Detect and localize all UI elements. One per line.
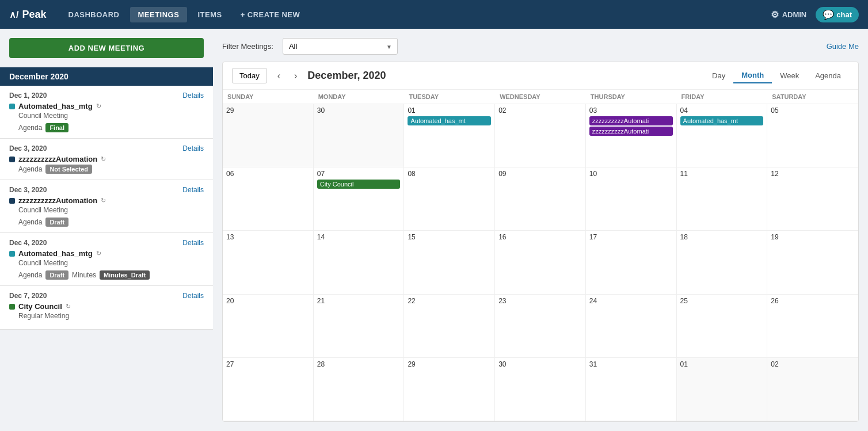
nav-create-new[interactable]: + CREATE NEW xyxy=(233,7,309,22)
calendar-cell[interactable]: 10 xyxy=(586,167,677,230)
refresh-icon[interactable]: ↻ xyxy=(96,102,101,110)
meeting-meta: Agenda Draft Minutes Minutes_Draft xyxy=(18,270,204,280)
brand-name: Peak xyxy=(22,9,46,21)
calendar-cell[interactable]: 01 xyxy=(677,358,768,421)
view-tab-day[interactable]: Day xyxy=(704,68,733,83)
calendar-cell[interactable]: 23 xyxy=(495,295,586,357)
calendar-event[interactable]: Automated_has_mt xyxy=(680,116,764,125)
calendar-cell[interactable]: 05 xyxy=(767,104,858,167)
calendar-date: 26 xyxy=(771,297,855,305)
meeting-details-link[interactable]: Details xyxy=(182,239,204,247)
refresh-icon[interactable]: ↻ xyxy=(101,197,106,204)
nav-items[interactable]: ITEMS xyxy=(189,7,230,22)
brand-logo[interactable]: ∧/ Peak xyxy=(9,9,47,21)
calendar-cell[interactable]: 19 xyxy=(767,231,858,293)
calendar-cell[interactable]: 02 xyxy=(767,358,858,421)
calendar-cell[interactable]: 01Automated_has_mt xyxy=(404,104,495,167)
view-tab-agenda[interactable]: Agenda xyxy=(807,68,849,83)
calendar-cell[interactable]: 06 xyxy=(223,167,314,230)
meeting-date-row: Dec 4, 2020 Details xyxy=(9,239,204,247)
calendar-event[interactable]: Automated_has_mt xyxy=(408,116,491,125)
meeting-title-row: City Council ↻ xyxy=(9,302,204,311)
calendar-cell[interactable]: 20 xyxy=(223,295,314,357)
calendar-cell[interactable]: 26 xyxy=(767,295,858,357)
meeting-date-row: Dec 3, 2020 Details xyxy=(9,186,204,194)
calendar-event[interactable]: City Council xyxy=(317,180,401,189)
guide-me-link[interactable]: Guide Me xyxy=(827,42,859,51)
nav-meetings[interactable]: MEETINGS xyxy=(130,7,188,22)
calendar-cell[interactable]: 07City Council xyxy=(314,167,405,230)
meeting-details-link[interactable]: Details xyxy=(182,186,204,194)
day-name-sat: SATURDAY xyxy=(767,90,858,104)
calendar-cell[interactable]: 28 xyxy=(314,358,405,421)
nav-dashboard[interactable]: DASHBOARD xyxy=(60,7,128,22)
view-tab-week[interactable]: Week xyxy=(772,68,807,83)
calendar-wrapper: Today ‹ › December, 2020 Day Month Week … xyxy=(222,62,859,422)
calendar-date: 09 xyxy=(498,170,582,178)
calendar-cell[interactable]: 22 xyxy=(404,295,495,357)
calendar-cell[interactable]: 24 xyxy=(586,295,677,357)
admin-label: ADMIN xyxy=(782,10,807,19)
calendar-cell[interactable]: 14 xyxy=(314,231,405,293)
calendar-cell[interactable]: 30 xyxy=(314,104,405,167)
calendar-date: 14 xyxy=(317,233,401,241)
left-panel: ADD NEW MEETING December 2020 Dec 1, 202… xyxy=(0,29,213,431)
meeting-date-row: Dec 3, 2020 Details xyxy=(9,144,204,152)
calendar-cell[interactable]: 31 xyxy=(586,358,677,421)
calendar-cell[interactable]: 03zzzzzzzzzzAutomatizzzzzzzzzzAutomati xyxy=(586,104,677,167)
calendar-cell[interactable]: 25 xyxy=(677,295,768,357)
calendar-cell[interactable]: 29 xyxy=(404,358,495,421)
meeting-type: Regular Meeting xyxy=(18,312,204,320)
calendar-cell[interactable]: 11 xyxy=(677,167,768,230)
minutes-label: Minutes xyxy=(72,271,96,279)
agenda-badge: Draft xyxy=(45,218,68,227)
calendar-cell[interactable]: 21 xyxy=(314,295,405,357)
admin-button[interactable]: ⚙ ADMIN xyxy=(771,9,807,20)
meeting-details-link[interactable]: Details xyxy=(182,91,204,100)
calendar-cell[interactable]: 27 xyxy=(223,358,314,421)
refresh-icon[interactable]: ↻ xyxy=(66,303,71,310)
calendar-week: 293001Automated_has_mt0203zzzzzzzzzzAuto… xyxy=(223,104,858,167)
today-button[interactable]: Today xyxy=(232,68,267,83)
calendar-event[interactable]: zzzzzzzzzzAutomati xyxy=(589,116,673,125)
calendar-cell[interactable]: 13 xyxy=(223,231,314,293)
meeting-date: Dec 4, 2020 xyxy=(9,239,47,247)
calendar-cell[interactable]: 18 xyxy=(677,231,768,293)
meeting-name: zzzzzzzzzzAutomation xyxy=(18,155,97,163)
meeting-details-link[interactable]: Details xyxy=(182,144,204,152)
refresh-icon[interactable]: ↻ xyxy=(96,250,101,257)
meeting-details-link[interactable]: Details xyxy=(182,292,204,300)
calendar-date: 04 xyxy=(680,106,764,115)
day-name-thu: THURSDAY xyxy=(586,90,677,104)
filter-label: Filter Meetings: xyxy=(222,42,273,51)
calendar-cell[interactable]: 04Automated_has_mt xyxy=(677,104,768,167)
view-tab-month[interactable]: Month xyxy=(733,68,772,83)
chat-button[interactable]: 💬 chat xyxy=(816,7,859,22)
calendar-cell[interactable]: 08 xyxy=(404,167,495,230)
calendar-cell[interactable]: 29 xyxy=(223,104,314,167)
calendar-cell[interactable]: 30 xyxy=(495,358,586,421)
prev-month-button[interactable]: ‹ xyxy=(274,70,284,82)
calendar-cell[interactable]: 16 xyxy=(495,231,586,293)
add-meeting-button[interactable]: ADD NEW MEETING xyxy=(9,38,204,58)
meeting-name: zzzzzzzzzzAutomation xyxy=(18,196,97,205)
calendar-cell[interactable]: 12 xyxy=(767,167,858,230)
refresh-icon[interactable]: ↻ xyxy=(101,155,106,163)
filter-select[interactable]: All Council Meeting Regular Meeting xyxy=(283,38,398,55)
next-month-button[interactable]: › xyxy=(291,70,300,82)
agenda-badge: Draft xyxy=(45,270,68,280)
filter-select-container: All Council Meeting Regular Meeting xyxy=(283,38,398,55)
calendar-date: 16 xyxy=(498,233,582,241)
calendar-date: 30 xyxy=(498,360,582,368)
meeting-date-row: Dec 7, 2020 Details xyxy=(9,292,204,300)
day-name-mon: MONDAY xyxy=(314,90,405,104)
calendar-cell[interactable]: 15 xyxy=(404,231,495,293)
calendar-event[interactable]: zzzzzzzzzzAutomati xyxy=(589,127,673,136)
calendar-cell[interactable]: 02 xyxy=(495,104,586,167)
view-tabs: Day Month Week Agenda xyxy=(704,68,849,83)
calendar-cell[interactable]: 17 xyxy=(586,231,677,293)
calendar-cell[interactable]: 09 xyxy=(495,167,586,230)
calendar-date: 11 xyxy=(680,170,764,178)
agenda-label: Agenda xyxy=(18,271,42,279)
calendar-date: 19 xyxy=(771,233,855,241)
